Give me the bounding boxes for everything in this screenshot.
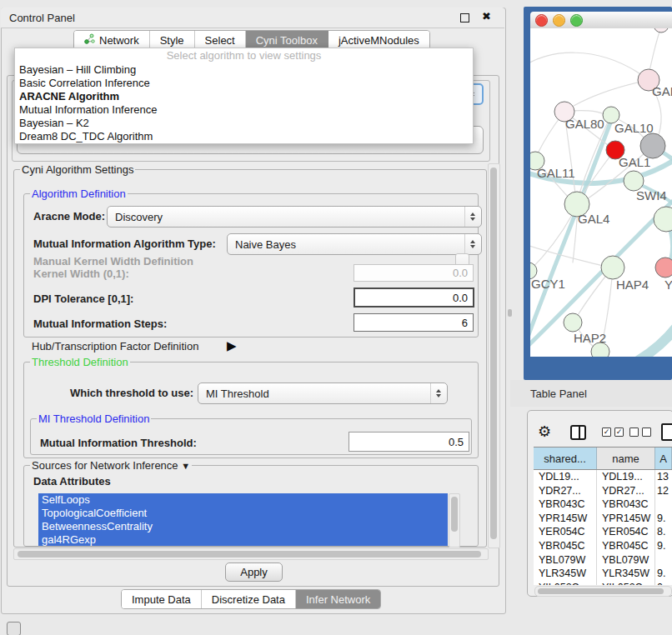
table-row[interactable]: YBR043CYBR043C <box>534 498 672 512</box>
minimized-panel-icon[interactable] <box>7 622 21 635</box>
mi-steps-field[interactable]: 6 <box>354 313 474 332</box>
table-row[interactable]: YLR345WYLR345W9. <box>534 567 672 581</box>
zoom-traffic-light-icon[interactable] <box>570 14 583 27</box>
network-node[interactable] <box>654 207 672 232</box>
node-label-gal10: GAL10 <box>614 121 654 135</box>
data-attributes-label: Data Attributes <box>33 475 111 488</box>
tab-network[interactable]: Network <box>74 31 150 49</box>
node-label-y: Y <box>664 278 672 292</box>
kernel-width-field[interactable]: 0.0 <box>354 264 474 282</box>
float-window-icon[interactable] <box>460 13 469 22</box>
network-canvas-svg: GALGAL80GAL10GAL1GAL11SWI4GAL4GCY1HAP4YH… <box>530 28 672 357</box>
attribute-item-topologicalcoefficient[interactable]: TopologicalCoefficient <box>38 507 448 520</box>
network-node-hap2[interactable] <box>564 313 582 332</box>
network-edge[interactable] <box>538 115 562 153</box>
node-table: shared...nameA YDL19...YDL19...13YDR27..… <box>534 447 672 585</box>
mi-threshold-definition-title: MI Threshold Definition <box>37 412 151 425</box>
algorithm-option-bayesian-k2[interactable]: Bayesian – K2 <box>15 117 473 130</box>
network-edge[interactable] <box>530 243 603 266</box>
tab-discretize-data[interactable]: Discretize Data <box>202 590 296 608</box>
mi-steps-label: Mutual Information Steps: <box>33 318 167 330</box>
minimize-traffic-light-icon[interactable] <box>553 14 565 27</box>
close-icon[interactable]: ✖ <box>482 10 491 22</box>
algorithm-option-mutual-information-inference[interactable]: Mutual Information Inference <box>15 103 473 117</box>
dpi-tolerance-field[interactable]: 0.0 <box>354 288 474 308</box>
network-edge[interactable] <box>574 80 649 106</box>
collapse-arrow-icon[interactable]: ▼ <box>181 461 190 471</box>
network-node-hap4[interactable] <box>601 256 624 279</box>
tab-select[interactable]: Select <box>195 31 246 49</box>
node-label-hap4: HAP4 <box>616 278 649 292</box>
node-label-gal11: GAL11 <box>537 166 575 180</box>
splitter-handle[interactable] <box>508 309 512 317</box>
control-panel-bottom-tabs: Impute DataDiscretize DataInfer Network <box>121 589 381 609</box>
table-row[interactable]: YBL079WYBL079W <box>534 553 672 568</box>
tab-cyni-toolbox[interactable]: Cyni Toolbox <box>246 31 328 49</box>
network-icon <box>84 33 95 47</box>
node-label-gal1: GAL1 <box>619 155 650 169</box>
gear-icon[interactable]: ⚙ <box>538 424 551 439</box>
attributes-list-scrollbar[interactable] <box>449 493 460 548</box>
expand-arrow-icon[interactable]: ▶ <box>227 338 237 353</box>
algorithm-option-dream8-dc-tdc-algorithm[interactable]: Dream8 DC_TDC Algorithm <box>15 130 473 143</box>
network-view[interactable]: GALGAL80GAL10GAL1GAL11SWI4GAL4GCY1HAP4YH… <box>530 28 672 357</box>
algorithm-definition-title: Algorithm Definition <box>30 188 128 200</box>
hub-definition-label: Hub/Transcription Factor Definition <box>32 340 198 352</box>
manual-kernel-label: Manual Kernel Width Definition <box>33 255 193 268</box>
network-window-titlebar[interactable] <box>530 12 672 29</box>
table-horizontal-scrollbar[interactable] <box>534 586 672 597</box>
which-threshold-label: Which threshold to use: <box>70 387 193 399</box>
table-panel-strip: Table Panel <box>510 380 672 407</box>
tab-style[interactable]: Style <box>150 31 195 49</box>
columns-icon[interactable] <box>570 425 586 440</box>
select-all-checkboxes-icon[interactable]: ✓✓ <box>602 428 624 437</box>
column-header-a[interactable]: A <box>655 448 672 469</box>
aracne-mode-label: Aracne Mode: <box>33 210 105 222</box>
mi-type-select[interactable]: Naive Bayes <box>227 233 482 255</box>
network-node-y[interactable] <box>655 258 672 278</box>
table-row[interactable]: YIL052CYIL052C0 <box>534 581 672 585</box>
table-row[interactable]: YBR045CYBR045C9. <box>534 539 672 553</box>
aracne-mode-select[interactable]: Discovery <box>107 206 482 228</box>
attribute-item-betweennesscentrality[interactable]: BetweennessCentrality <box>38 520 448 533</box>
control-panel-title: Control Panel <box>9 12 75 24</box>
aracne-mode-value: Discovery <box>115 211 163 223</box>
table-header: shared...nameA <box>534 447 672 470</box>
attribute-item-gal4rgexp[interactable]: gal4RGexp <box>38 533 448 546</box>
table-row[interactable]: YER054CYER054C8. <box>534 525 672 539</box>
table-row[interactable]: YPR145WYPR145W9. <box>534 512 672 526</box>
tab-infer-network[interactable]: Infer Network <box>296 590 380 608</box>
node-label-gcy1: GCY1 <box>531 277 565 291</box>
network-edge[interactable] <box>530 52 649 80</box>
table-row[interactable]: YDR27...YDR27...12 <box>534 484 672 498</box>
combo-arrows-icon <box>464 207 480 227</box>
settings-horizontal-scrollbar[interactable] <box>13 548 489 560</box>
network-edge[interactable] <box>649 28 661 71</box>
close-traffic-light-icon[interactable] <box>535 14 548 27</box>
dpi-tolerance-label: DPI Tolerance [0,1]: <box>33 292 133 305</box>
mi-type-value: Naive Bayes <box>235 238 296 251</box>
column-header-name[interactable]: name <box>597 448 655 469</box>
column-header-shared[interactable]: shared... <box>534 448 597 469</box>
settings-vertical-scrollbar[interactable] <box>488 163 500 548</box>
node-label-gal80: GAL80 <box>565 117 604 131</box>
apply-button[interactable]: Apply <box>225 562 283 582</box>
attribute-item-selfloops[interactable]: SelfLoops <box>38 493 448 507</box>
which-threshold-select[interactable]: MI Threshold <box>198 382 448 404</box>
algorithm-option-aracne-algorithm[interactable]: ARACNE Algorithm <box>15 90 473 103</box>
node-label-hap2: HAP2 <box>574 331 606 345</box>
kernel-width-label: Kernel Width (0,1): <box>33 268 129 280</box>
network-edge[interactable] <box>634 322 672 357</box>
algorithm-option-bayesian-hill-climbing[interactable]: Bayesian – Hill Climbing <box>15 63 473 77</box>
algorithm-option-basic-correlation-inference[interactable]: Basic Correlation Inference <box>15 77 473 90</box>
node-label-gal4: GAL4 <box>578 212 609 226</box>
network-node[interactable] <box>654 28 669 32</box>
tab-impute-data[interactable]: Impute Data <box>122 590 202 608</box>
table-row[interactable]: YDL19...YDL19...13 <box>534 470 672 484</box>
mi-threshold-field[interactable]: 0.5 <box>349 432 469 452</box>
tab-jactivemnodules[interactable]: jActiveMNodules <box>328 31 429 49</box>
desktop: Control Panel ✖ NetworkStyleSelectCyni T… <box>0 0 672 635</box>
combo-arrows-icon <box>464 234 480 254</box>
clear-checkboxes-icon[interactable] <box>629 428 651 437</box>
new-table-icon[interactable] <box>661 423 672 441</box>
